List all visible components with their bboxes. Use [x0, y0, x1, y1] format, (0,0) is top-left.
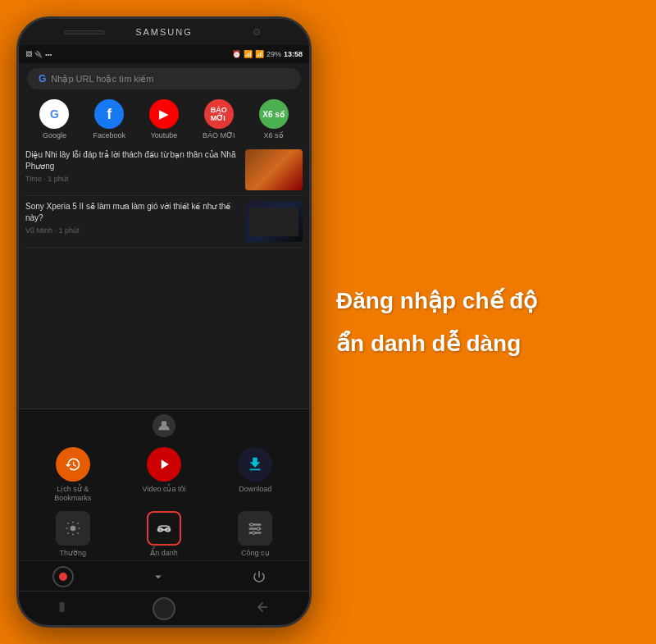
youtube-icon: ▶	[149, 99, 179, 129]
home-button[interactable]	[153, 597, 175, 620]
news-meta-1: Timo · 1 phút	[25, 175, 239, 183]
andanh-icon	[147, 511, 181, 546]
headline-line1: Đăng nhập chế độ	[336, 285, 631, 317]
status-bar: 🖼 🔌 ••• ⏰ 📶 📶 29% 13:58	[19, 45, 309, 63]
search-placeholder-text: Nhập URL hoặc tìm kiếm	[51, 74, 153, 84]
facebook-label: Facebook	[93, 131, 125, 139]
svg-rect-13	[60, 602, 65, 612]
svg-point-6	[166, 528, 169, 531]
svg-point-1	[70, 526, 75, 532]
status-icon-dots: •••	[45, 51, 52, 58]
video-icon	[147, 447, 181, 482]
hardware-bottom-bar	[19, 591, 309, 625]
quick-link-facebook[interactable]: f Facebook	[87, 99, 132, 139]
menu-row-1: Lịch sử &Bookmarks Video của tôi	[19, 442, 309, 508]
baomoi-label: BÁO MỚI	[203, 131, 235, 139]
bottom-menu: Lịch sử &Bookmarks Video của tôi	[19, 409, 309, 591]
news-item-2[interactable]: Sony Xperia 5 II sẽ làm mưa làm gió với …	[25, 196, 303, 248]
svg-rect-4	[162, 529, 166, 531]
news-thumb-1	[245, 149, 303, 190]
nav-down-button[interactable]	[142, 566, 175, 587]
news-title-2: Sony Xperia 5 II sẽ làm mưa làm gió với …	[25, 201, 239, 224]
facebook-icon: f	[94, 99, 124, 129]
phone-wrapper: SAMSUNG 🖼 🔌 ••• ⏰ 📶 📶 29% 13:58	[16, 16, 312, 628]
status-time: 13:58	[284, 50, 303, 58]
menu-row-2: Thường	[19, 508, 309, 560]
quick-links-row: G Google f Facebook ▶ Youtube BÁOMỚI	[19, 94, 309, 144]
news-title-1: Diệu Nhi lây lỗi đáp trả lời thách đấu t…	[25, 149, 239, 172]
andanh-label: Ẩn danh	[150, 549, 178, 557]
back-button[interactable]	[58, 600, 73, 617]
x6so-label: X6 số	[264, 131, 284, 139]
news-section: Diệu Nhi lây lỗi đáp trả lời thách đấu t…	[19, 144, 309, 248]
svg-point-12	[253, 532, 255, 534]
status-icon-usb: 🔌	[34, 51, 43, 58]
menu-item-history[interactable]: Lịch sử &Bookmarks	[44, 447, 102, 503]
nav-power-button[interactable]	[243, 566, 276, 587]
quick-link-youtube[interactable]: ▶ Youtube	[141, 99, 186, 139]
speaker	[64, 30, 105, 34]
history-icon	[56, 447, 90, 482]
phone-body: SAMSUNG 🖼 🔌 ••• ⏰ 📶 📶 29% 13:58	[16, 16, 312, 628]
back-arrow-button[interactable]	[255, 600, 270, 617]
news-content-1: Diệu Nhi lây lỗi đáp trả lời thách đấu t…	[25, 149, 239, 183]
record-dot	[59, 573, 67, 581]
wifi-icon: 📶	[244, 50, 253, 58]
quick-link-google[interactable]: G Google	[32, 99, 77, 139]
menu-item-andanh[interactable]: Ẩn danh	[135, 511, 193, 557]
news-thumb-2	[245, 201, 303, 242]
profile-icon-row	[19, 409, 309, 442]
record-button[interactable]	[52, 566, 74, 587]
camera	[253, 29, 260, 35]
video-label: Video của tôi	[143, 485, 186, 494]
x6so-icon: X6 số	[259, 99, 289, 129]
quick-link-baomoi[interactable]: BÁOMỚI BÁO MỚI	[196, 99, 241, 139]
menu-item-download[interactable]: Download	[226, 447, 284, 503]
svg-point-10	[250, 523, 253, 526]
news-item-1[interactable]: Diệu Nhi lây lỗi đáp trả lời thách đấu t…	[25, 144, 303, 196]
menu-item-video[interactable]: Video của tôi	[135, 447, 193, 503]
phone-top-bar: SAMSUNG	[19, 19, 309, 45]
svg-point-11	[257, 528, 260, 530]
google-label: Google	[43, 131, 66, 139]
status-left: 🖼 🔌 •••	[25, 51, 52, 58]
page-container: SAMSUNG 🖼 🔌 ••• ⏰ 📶 📶 29% 13:58	[0, 0, 656, 644]
signal-icon: 📶	[255, 50, 264, 58]
battery-level: 29%	[266, 50, 281, 58]
youtube-label: Youtube	[151, 131, 178, 139]
phone-brand-label: SAMSUNG	[135, 27, 193, 37]
news-content-2: Sony Xperia 5 II sẽ làm mưa làm gió với …	[25, 201, 239, 235]
menu-item-congtcu[interactable]: Công cụ	[226, 511, 284, 557]
congtcu-icon	[238, 511, 272, 546]
quick-link-x6so[interactable]: X6 số X6 số	[251, 99, 296, 139]
congtcu-label: Công cụ	[241, 549, 270, 557]
status-right: ⏰ 📶 📶 29% 13:58	[232, 50, 303, 58]
thuong-label: Thường	[59, 549, 86, 557]
download-label: Download	[239, 485, 271, 494]
google-logo: G	[39, 73, 46, 84]
search-bar[interactable]: G Nhập URL hoặc tìm kiếm	[27, 68, 301, 89]
history-label: Lịch sử &Bookmarks	[54, 485, 91, 503]
thuong-icon	[56, 511, 90, 546]
nav-bar	[19, 560, 309, 591]
svg-point-5	[159, 528, 162, 531]
right-text-panel: Đăng nhập chế độ ẩn danh dễ dàng	[312, 285, 631, 359]
alarm-icon: ⏰	[232, 50, 241, 58]
headline-line2: ẩn danh dễ dàng	[336, 327, 631, 359]
baomoi-icon: BÁOMỚI	[204, 99, 234, 129]
google-icon: G	[39, 99, 69, 129]
download-icon	[238, 447, 272, 482]
profile-icon[interactable]	[153, 414, 175, 437]
news-meta-2: Vũ Minh · 1 phút	[25, 226, 239, 235]
menu-item-thuong[interactable]: Thường	[44, 511, 102, 557]
status-icon-img: 🖼	[25, 51, 32, 58]
